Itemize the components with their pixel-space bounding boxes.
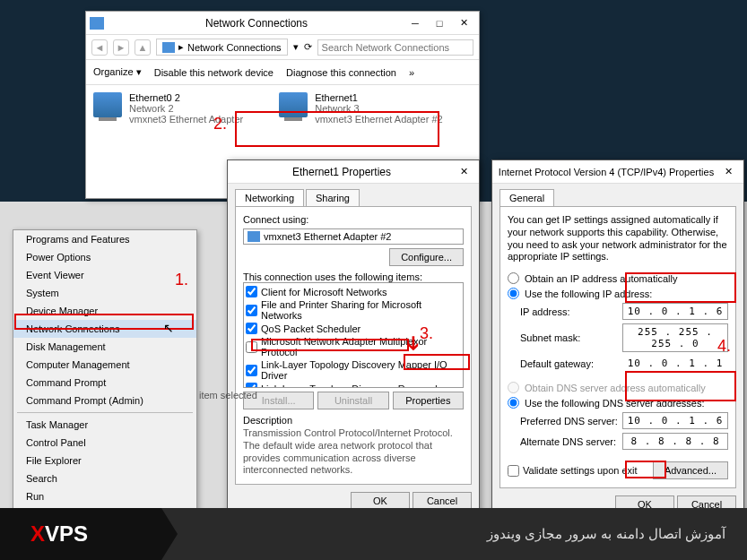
ethernet-properties-dialog: Ethernet1 Properties ✕ Networking Sharin…	[227, 159, 480, 518]
address-bar: ◄ ► ▲ ▸ Network Connections ▾ ⟳	[86, 35, 479, 60]
menu-device-manager[interactable]: Device Manager	[13, 302, 196, 320]
description-heading: Description	[243, 415, 464, 426]
ip-label: IP address:	[520, 306, 569, 317]
protocol-list[interactable]: Client for Microsoft Networks File and P…	[243, 282, 464, 388]
menu-command-prompt[interactable]: Command Prompt	[13, 374, 196, 392]
description-text: Transmission Control Protocol/Internet P…	[243, 427, 464, 477]
more-button[interactable]: »	[409, 67, 414, 78]
chk-lltd-mapper[interactable]	[246, 365, 257, 376]
control-panel-icon	[162, 42, 175, 53]
gateway-label: Default gateway:	[520, 358, 594, 369]
menu-control-panel[interactable]: Control Panel	[13, 434, 196, 452]
dialog-title: Internet Protocol Version 4 (TCP/IPv4) P…	[496, 167, 717, 177]
tab-networking[interactable]: Networking	[235, 189, 304, 206]
arrow-icon: ➔	[402, 335, 425, 351]
ok-button[interactable]: OK	[351, 492, 410, 510]
menu-event-viewer[interactable]: Event Viewer	[13, 266, 196, 284]
radio-ip-manual[interactable]	[508, 288, 519, 299]
window-title: Network Connections	[109, 17, 404, 30]
xvps-logo: XVPS	[0, 508, 161, 560]
menu-programs[interactable]: Programs and Features	[13, 230, 196, 248]
toolbar: Organize ▾ Disable this network device D…	[86, 60, 479, 85]
gateway-field[interactable]: 10 . 0 . 1 . 1	[622, 356, 728, 371]
mask-field[interactable]: 255 . 255 . 255 . 0	[622, 323, 728, 352]
control-box-icon	[90, 17, 104, 30]
menu-run[interactable]: Run	[13, 487, 196, 505]
adapter-item[interactable]: Ethernet0 2 Network 2 vmxnet3 Ethernet A…	[93, 92, 243, 125]
maximize-button[interactable]: □	[428, 14, 451, 32]
close-button[interactable]: ✕	[452, 163, 475, 181]
adapter-name: Ethernet1	[315, 92, 442, 103]
menu-task-manager[interactable]: Task Manager	[13, 416, 196, 434]
page-footer: XVPS آموزش اتصال دامنه به سرور مجازی وین…	[0, 508, 747, 560]
validate-checkbox[interactable]	[508, 465, 519, 477]
adapter-list: Ethernet0 2 Network 2 vmxnet3 Ethernet A…	[86, 85, 479, 132]
radio-ip-auto[interactable]	[508, 272, 519, 284]
adapter-field: vmxnet3 Ethernet Adapter #2	[243, 228, 464, 245]
dialog-title: Ethernet1 Properties	[231, 166, 452, 178]
dns1-field[interactable]: 10 . 0 . 1 . 6	[622, 412, 728, 429]
titlebar: Network Connections ─ □ ✕	[86, 12, 479, 35]
winx-context-menu: Programs and Features Power Options Even…	[13, 229, 197, 555]
cancel-button[interactable]: Cancel	[413, 492, 472, 510]
radio-dns-auto	[508, 382, 519, 393]
menu-file-explorer[interactable]: File Explorer	[13, 452, 196, 470]
chk-lltd-responder[interactable]	[246, 383, 257, 388]
configure-button[interactable]: Configure...	[389, 248, 464, 266]
ipv4-properties-dialog: Internet Protocol Version 4 (TCP/IPv4) P…	[491, 159, 744, 521]
forward-button[interactable]: ►	[113, 39, 129, 56]
chk-qos[interactable]	[246, 323, 257, 334]
menu-computer-management[interactable]: Computer Management	[13, 356, 196, 374]
menu-search[interactable]: Search	[13, 470, 196, 487]
breadcrumb[interactable]: ▸ Network Connections	[156, 39, 288, 56]
ethernet-icon	[93, 92, 122, 117]
menu-disk-management[interactable]: Disk Management	[13, 338, 196, 356]
menu-power-options[interactable]: Power Options	[13, 248, 196, 266]
ip-field[interactable]: 10 . 0 . 1 . 6	[622, 303, 728, 320]
uninstall-button[interactable]: Uninstall	[317, 392, 388, 409]
adapter-device: vmxnet3 Ethernet Adapter	[129, 114, 243, 125]
adapter-name: Ethernet0 2	[129, 92, 243, 103]
dns2-field[interactable]: 8 . 8 . 8 . 8	[622, 433, 728, 450]
disable-device-button[interactable]: Disable this network device	[154, 67, 274, 78]
adapter-item[interactable]: Ethernet1 Network 3 vmxnet3 Ethernet Ada…	[279, 92, 442, 125]
tab-general[interactable]: General	[499, 189, 554, 206]
tab-sharing[interactable]: Sharing	[306, 189, 360, 206]
advanced-button[interactable]: Advanced...	[653, 461, 728, 479]
diagnose-button[interactable]: Diagnose this connection	[286, 67, 396, 78]
search-input[interactable]	[317, 39, 473, 56]
chk-multiplexor[interactable]	[246, 341, 257, 353]
organize-menu[interactable]: Organize ▾	[93, 66, 142, 78]
up-button[interactable]: ▲	[135, 39, 151, 56]
properties-button[interactable]: Properties	[393, 392, 464, 409]
chk-client-ms[interactable]	[246, 286, 257, 297]
dropdown-icon[interactable]: ▾	[293, 41, 299, 53]
nic-icon	[248, 231, 260, 242]
refresh-icon[interactable]: ⟳	[304, 41, 312, 53]
ethernet-icon	[279, 92, 308, 117]
adapter-device: vmxnet3 Ethernet Adapter #2	[315, 114, 442, 125]
menu-separator	[17, 412, 193, 413]
mask-label: Subnet mask:	[520, 332, 580, 343]
adapter-network: Network 2	[129, 103, 243, 114]
minimize-button[interactable]: ─	[404, 14, 427, 32]
chk-file-print[interactable]	[246, 305, 257, 316]
radio-dns-manual[interactable]	[508, 397, 519, 409]
status-item-selected: item selected	[199, 390, 257, 401]
dns2-label: Alternate DNS server:	[520, 436, 616, 447]
cursor-icon: ↖	[163, 321, 174, 335]
uses-items-label: This connection uses the following items…	[243, 271, 464, 282]
connect-using-label: Connect using:	[243, 214, 464, 225]
footer-caption: آموزش اتصال دامنه به سرور مجازی ویندوز	[161, 526, 747, 542]
intro-text: You can get IP settings assigned automat…	[508, 214, 728, 263]
menu-command-prompt-admin[interactable]: Command Prompt (Admin)	[13, 392, 196, 409]
close-button[interactable]: ✕	[717, 163, 740, 181]
back-button[interactable]: ◄	[91, 39, 108, 56]
menu-system[interactable]: System	[13, 284, 196, 302]
dns1-label: Preferred DNS server:	[520, 416, 618, 426]
adapter-network: Network 3	[315, 103, 442, 114]
close-button[interactable]: ✕	[452, 14, 475, 32]
